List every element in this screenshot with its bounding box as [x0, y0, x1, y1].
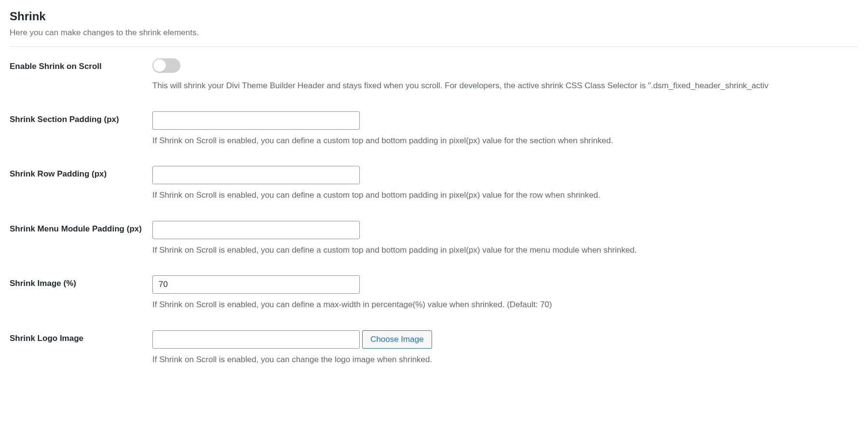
field-section-padding: Shrink Section Padding (px) If Shrink on…: [10, 111, 858, 147]
field-menu-module-padding: Shrink Menu Module Padding (px) If Shrin…: [10, 221, 858, 257]
shrink-image-label: Shrink Image (%): [10, 275, 152, 288]
menu-module-padding-help: If Shrink on Scroll is enabled, you can …: [152, 244, 858, 257]
toggle-knob: [153, 59, 166, 72]
menu-module-padding-input[interactable]: [152, 221, 360, 239]
field-shrink-image: Shrink Image (%) If Shrink on Scroll is …: [10, 275, 858, 311]
shrink-image-help: If Shrink on Scroll is enabled, you can …: [152, 298, 858, 311]
section-padding-help: If Shrink on Scroll is enabled, you can …: [152, 135, 858, 147]
logo-image-label: Shrink Logo Image: [10, 330, 152, 343]
menu-module-padding-label: Shrink Menu Module Padding (px): [10, 221, 152, 234]
row-padding-help: If Shrink on Scroll is enabled, you can …: [152, 189, 858, 202]
section-padding-input[interactable]: [152, 111, 360, 130]
logo-image-input[interactable]: [152, 330, 360, 349]
section-padding-label: Shrink Section Padding (px): [10, 111, 152, 124]
logo-image-help: If Shrink on Scroll is enabled, you can …: [152, 353, 858, 366]
section-divider: [10, 46, 858, 47]
section-title: Shrink: [10, 10, 858, 23]
enable-shrink-label: Enable Shrink on Scroll: [10, 58, 152, 71]
section-description: Here you can make changes to the shrink …: [10, 28, 858, 38]
row-padding-input[interactable]: [152, 166, 360, 184]
row-padding-label: Shrink Row Padding (px): [10, 166, 152, 179]
shrink-image-input[interactable]: [152, 275, 360, 294]
choose-image-button[interactable]: Choose Image: [362, 330, 432, 349]
field-row-padding: Shrink Row Padding (px) If Shrink on Scr…: [10, 166, 858, 202]
field-logo-image: Shrink Logo Image Choose Image If Shrink…: [10, 330, 858, 366]
enable-shrink-help: This will shrink your Divi Theme Builder…: [152, 80, 858, 92]
field-enable-shrink: Enable Shrink on Scroll This will shrink…: [10, 58, 858, 92]
enable-shrink-toggle[interactable]: [152, 58, 180, 73]
